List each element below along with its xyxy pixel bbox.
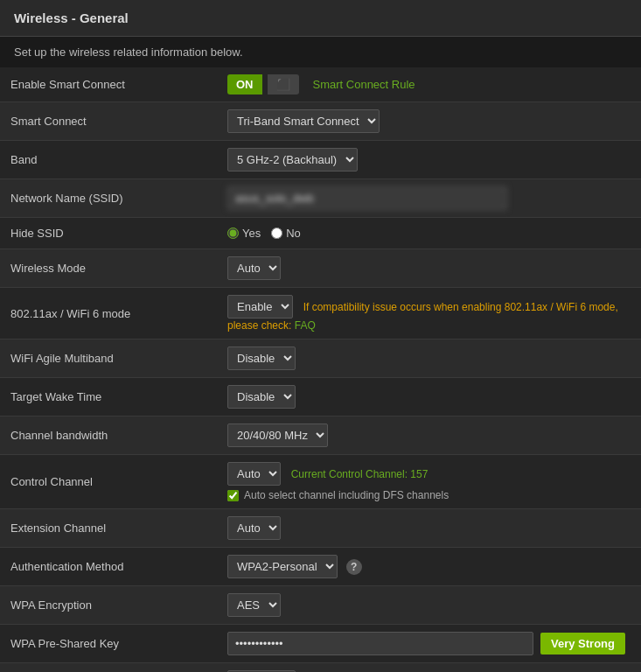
control-channel-bandwidth: 20/40/80 MHz — [217, 416, 641, 455]
label-enable-smart-connect: Enable Smart Connect — [0, 67, 217, 102]
hide-ssid-no-label[interactable]: No — [271, 227, 301, 240]
control-wifi-agile: Disable — [217, 340, 641, 378]
control-extension-channel: Auto — [217, 509, 641, 548]
control-channel-row: Auto Current Control Channel: 157 — [227, 462, 631, 486]
control-network-name — [217, 179, 641, 218]
hide-ssid-yes-label[interactable]: Yes — [227, 227, 261, 240]
row-auth-method: Authentication Method WPA2-Personal ? — [0, 548, 641, 586]
control-band: 5 GHz-2 (Backhaul) — [217, 141, 641, 179]
label-wifi6: 802.11ax / WiFi 6 mode — [0, 288, 217, 340]
label-pmf: Protected Management Frames — [0, 663, 217, 673]
hide-ssid-yes-radio[interactable] — [227, 228, 239, 239]
row-wpa-encryption: WPA Encryption AES — [0, 586, 641, 625]
label-wifi-agile: WiFi Agile Multiband — [0, 340, 217, 378]
label-wpa-encryption: WPA Encryption — [0, 586, 217, 625]
label-smart-connect: Smart Connect — [0, 102, 217, 141]
row-target-wake-time: Target Wake Time Disable — [0, 378, 641, 416]
toggle-off-button[interactable]: ⬛ — [268, 74, 299, 94]
row-wireless-mode: Wireless Mode Auto — [0, 249, 641, 288]
row-wifi-agile: WiFi Agile Multiband Disable — [0, 340, 641, 378]
label-network-name: Network Name (SSID) — [0, 179, 217, 218]
strength-badge: Very Strong — [540, 633, 625, 654]
label-target-wake-time: Target Wake Time — [0, 378, 217, 416]
hide-ssid-no-text: No — [286, 227, 301, 240]
row-smart-connect: Smart Connect Tri-Band Smart Connect — [0, 102, 641, 141]
extension-channel-select[interactable]: Auto — [227, 516, 281, 540]
hide-ssid-radio-group: Yes No — [227, 227, 631, 240]
control-control-channel: Auto Current Control Channel: 157 Auto s… — [217, 455, 641, 509]
toggle-container: ON ⬛ Smart Connect Rule — [227, 74, 415, 94]
label-band: Band — [0, 141, 217, 179]
dfs-checkbox-row: Auto select channel including DFS channe… — [227, 489, 631, 501]
password-row: Very Strong — [227, 632, 631, 655]
control-channel-select[interactable]: Auto — [227, 462, 281, 486]
control-wifi6: Enable If compatibility issue occurs whe… — [217, 288, 641, 340]
control-hide-ssid: Yes No — [217, 218, 641, 249]
faq-link[interactable]: FAQ — [295, 319, 316, 332]
channel-bandwidth-select[interactable]: 20/40/80 MHz — [227, 424, 328, 447]
row-hide-ssid: Hide SSID Yes No — [0, 218, 641, 249]
hide-ssid-yes-text: Yes — [242, 227, 261, 240]
wireless-mode-select[interactable]: Auto — [227, 256, 281, 280]
dfs-label: Auto select channel including DFS channe… — [244, 489, 449, 501]
band-select[interactable]: 5 GHz-2 (Backhaul) — [227, 148, 358, 172]
hide-ssid-no-radio[interactable] — [271, 228, 282, 239]
current-channel-text: Current Control Channel: 157 — [291, 468, 428, 480]
auth-help-icon[interactable]: ? — [346, 559, 362, 575]
page-header: Wireless - General — [0, 0, 641, 37]
control-wpa-encryption: AES — [217, 586, 641, 625]
label-extension-channel: Extension Channel — [0, 509, 217, 548]
control-smart-connect: Tri-Band Smart Connect — [217, 102, 641, 141]
label-wpa-key: WPA Pre-Shared Key — [0, 625, 217, 663]
wpa-encryption-select[interactable]: AES — [227, 593, 281, 617]
smart-connect-rule-link[interactable]: Smart Connect Rule — [313, 78, 415, 91]
page-title: Wireless - General — [14, 10, 627, 25]
control-wireless-mode: Auto — [217, 249, 641, 288]
wpa-key-input[interactable] — [227, 632, 533, 655]
control-wpa-key: Very Strong — [217, 625, 641, 663]
row-network-name: Network Name (SSID) — [0, 179, 641, 218]
page-wrapper: Wireless - General Set up the wireless r… — [0, 0, 641, 672]
ssid-input[interactable] — [227, 186, 507, 210]
wifi6-select[interactable]: Enable — [227, 295, 293, 318]
dfs-checkbox[interactable] — [227, 490, 239, 501]
settings-table: Enable Smart Connect ON ⬛ Smart Connect … — [0, 67, 641, 672]
row-band: Band 5 GHz-2 (Backhaul) — [0, 141, 641, 179]
toggle-on-button[interactable]: ON — [227, 74, 262, 94]
target-wake-time-select[interactable]: Disable — [227, 385, 296, 409]
control-target-wake-time: Disable — [217, 378, 641, 416]
label-channel-bandwidth: Channel bandwidth — [0, 416, 217, 455]
label-control-channel: Control Channel — [0, 455, 217, 509]
control-enable-smart-connect: ON ⬛ Smart Connect Rule — [217, 67, 641, 102]
label-auth-method: Authentication Method — [0, 548, 217, 586]
row-enable-smart-connect: Enable Smart Connect ON ⬛ Smart Connect … — [0, 67, 641, 102]
auth-method-select[interactable]: WPA2-Personal — [227, 555, 338, 578]
row-channel-bandwidth: Channel bandwidth 20/40/80 MHz — [0, 416, 641, 455]
control-auth-method: WPA2-Personal ? — [217, 548, 641, 586]
wifi-agile-select[interactable]: Disable — [227, 346, 296, 370]
page-subtitle: Set up the wireless related information … — [0, 37, 641, 67]
row-pmf: Protected Management Frames Disable — [0, 663, 641, 673]
row-extension-channel: Extension Channel Auto — [0, 509, 641, 548]
label-wireless-mode: Wireless Mode — [0, 249, 217, 288]
control-pmf: Disable — [217, 663, 641, 673]
row-control-channel: Control Channel Auto Current Control Cha… — [0, 455, 641, 509]
row-wifi6: 802.11ax / WiFi 6 mode Enable If compati… — [0, 288, 641, 340]
smart-connect-select[interactable]: Tri-Band Smart Connect — [227, 109, 380, 133]
label-hide-ssid: Hide SSID — [0, 218, 217, 249]
row-wpa-key: WPA Pre-Shared Key Very Strong — [0, 625, 641, 663]
